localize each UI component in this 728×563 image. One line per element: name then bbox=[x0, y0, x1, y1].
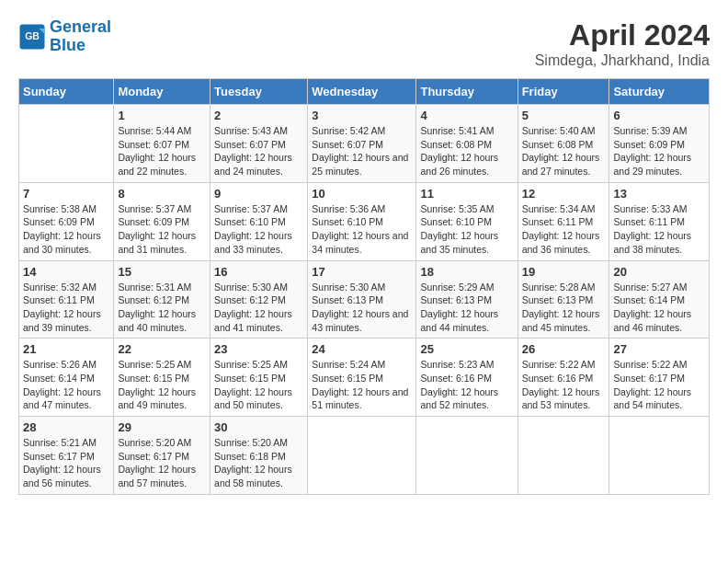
cell-info: Sunrise: 5:40 AMSunset: 6:08 PMDaylight:… bbox=[522, 124, 606, 178]
cell-info: Sunrise: 5:24 AMSunset: 6:15 PMDaylight:… bbox=[312, 358, 412, 412]
calendar-table: SundayMondayTuesdayWednesdayThursdayFrid… bbox=[18, 78, 710, 495]
cell-info: Sunrise: 5:42 AMSunset: 6:07 PMDaylight:… bbox=[312, 124, 412, 178]
day-number: 2 bbox=[214, 109, 303, 122]
cell-info: Sunrise: 5:41 AMSunset: 6:08 PMDaylight:… bbox=[420, 124, 513, 178]
day-number: 10 bbox=[312, 187, 412, 201]
week-row-3: 21 Sunrise: 5:26 AMSunset: 6:14 PMDaylig… bbox=[19, 339, 710, 417]
page-header: GB General Blue April 2024 Simdega, Jhar… bbox=[18, 18, 710, 69]
calendar-cell: 14 Sunrise: 5:32 AMSunset: 6:11 PMDaylig… bbox=[19, 260, 114, 339]
cell-info: Sunrise: 5:26 AMSunset: 6:14 PMDaylight:… bbox=[23, 358, 109, 412]
calendar-cell: 26 Sunrise: 5:22 AMSunset: 6:16 PMDaylig… bbox=[518, 339, 609, 417]
week-row-2: 14 Sunrise: 5:32 AMSunset: 6:11 PMDaylig… bbox=[19, 260, 710, 339]
header-row: SundayMondayTuesdayWednesdayThursdayFrid… bbox=[19, 79, 710, 105]
day-number: 4 bbox=[420, 109, 513, 122]
title-area: April 2024 Simdega, Jharkhand, India bbox=[535, 18, 710, 69]
header-tuesday: Tuesday bbox=[210, 79, 308, 105]
cell-info: Sunrise: 5:37 AMSunset: 6:09 PMDaylight:… bbox=[118, 202, 206, 257]
calendar-cell: 15 Sunrise: 5:31 AMSunset: 6:12 PMDaylig… bbox=[114, 260, 210, 339]
cell-info: Sunrise: 5:39 AMSunset: 6:09 PMDaylight:… bbox=[613, 124, 705, 178]
day-number: 11 bbox=[420, 187, 513, 201]
calendar-cell: 4 Sunrise: 5:41 AMSunset: 6:08 PMDayligh… bbox=[416, 105, 518, 183]
calendar-cell: 6 Sunrise: 5:39 AMSunset: 6:09 PMDayligh… bbox=[609, 105, 710, 183]
day-number: 20 bbox=[613, 265, 705, 279]
calendar-cell: 2 Sunrise: 5:43 AMSunset: 6:07 PMDayligh… bbox=[210, 105, 308, 183]
cell-info: Sunrise: 5:30 AMSunset: 6:12 PMDaylight:… bbox=[214, 281, 303, 335]
calendar-cell: 22 Sunrise: 5:25 AMSunset: 6:15 PMDaylig… bbox=[114, 339, 210, 417]
logo: GB General Blue bbox=[18, 18, 111, 55]
day-number: 21 bbox=[23, 342, 109, 356]
cell-info: Sunrise: 5:30 AMSunset: 6:13 PMDaylight:… bbox=[312, 281, 412, 335]
calendar-cell: 19 Sunrise: 5:28 AMSunset: 6:13 PMDaylig… bbox=[518, 260, 609, 339]
day-number: 7 bbox=[23, 187, 109, 201]
week-row-4: 28 Sunrise: 5:21 AMSunset: 6:17 PMDaylig… bbox=[19, 417, 710, 495]
calendar-cell bbox=[609, 417, 710, 495]
calendar-cell: 17 Sunrise: 5:30 AMSunset: 6:13 PMDaylig… bbox=[308, 260, 416, 339]
svg-text:GB: GB bbox=[25, 30, 40, 41]
header-friday: Friday bbox=[518, 79, 609, 105]
header-thursday: Thursday bbox=[416, 79, 518, 105]
cell-info: Sunrise: 5:22 AMSunset: 6:17 PMDaylight:… bbox=[613, 358, 705, 412]
day-number: 6 bbox=[613, 109, 705, 122]
header-wednesday: Wednesday bbox=[308, 79, 416, 105]
day-number: 9 bbox=[214, 187, 303, 201]
week-row-1: 7 Sunrise: 5:38 AMSunset: 6:09 PMDayligh… bbox=[19, 182, 710, 260]
cell-info: Sunrise: 5:27 AMSunset: 6:14 PMDaylight:… bbox=[613, 281, 705, 335]
day-number: 14 bbox=[23, 265, 109, 279]
cell-info: Sunrise: 5:35 AMSunset: 6:10 PMDaylight:… bbox=[420, 202, 513, 257]
cell-info: Sunrise: 5:37 AMSunset: 6:10 PMDaylight:… bbox=[214, 202, 303, 257]
cell-info: Sunrise: 5:43 AMSunset: 6:07 PMDaylight:… bbox=[214, 124, 303, 178]
week-row-0: 1 Sunrise: 5:44 AMSunset: 6:07 PMDayligh… bbox=[19, 105, 710, 183]
cell-info: Sunrise: 5:29 AMSunset: 6:13 PMDaylight:… bbox=[420, 281, 513, 335]
calendar-cell: 13 Sunrise: 5:33 AMSunset: 6:11 PMDaylig… bbox=[609, 182, 710, 260]
day-number: 17 bbox=[312, 265, 412, 279]
header-saturday: Saturday bbox=[609, 79, 710, 105]
subtitle: Simdega, Jharkhand, India bbox=[535, 52, 710, 69]
calendar-cell bbox=[518, 417, 609, 495]
calendar-cell: 20 Sunrise: 5:27 AMSunset: 6:14 PMDaylig… bbox=[609, 260, 710, 339]
cell-info: Sunrise: 5:36 AMSunset: 6:10 PMDaylight:… bbox=[312, 202, 412, 257]
day-number: 19 bbox=[522, 265, 606, 279]
calendar-cell: 30 Sunrise: 5:20 AMSunset: 6:18 PMDaylig… bbox=[210, 417, 308, 495]
cell-info: Sunrise: 5:44 AMSunset: 6:07 PMDaylight:… bbox=[118, 124, 206, 178]
day-number: 24 bbox=[312, 342, 412, 356]
logo-icon: GB bbox=[18, 23, 46, 51]
cell-info: Sunrise: 5:34 AMSunset: 6:11 PMDaylight:… bbox=[522, 202, 606, 257]
day-number: 12 bbox=[522, 187, 606, 201]
day-number: 15 bbox=[118, 265, 206, 279]
day-number: 18 bbox=[420, 265, 513, 279]
day-number: 3 bbox=[312, 109, 412, 122]
calendar-cell: 9 Sunrise: 5:37 AMSunset: 6:10 PMDayligh… bbox=[210, 182, 308, 260]
calendar-cell: 29 Sunrise: 5:20 AMSunset: 6:17 PMDaylig… bbox=[114, 417, 210, 495]
cell-info: Sunrise: 5:25 AMSunset: 6:15 PMDaylight:… bbox=[214, 358, 303, 412]
day-number: 16 bbox=[214, 265, 303, 279]
cell-info: Sunrise: 5:21 AMSunset: 6:17 PMDaylight:… bbox=[23, 436, 109, 490]
day-number: 29 bbox=[118, 420, 206, 434]
header-sunday: Sunday bbox=[19, 79, 114, 105]
calendar-cell: 11 Sunrise: 5:35 AMSunset: 6:10 PMDaylig… bbox=[416, 182, 518, 260]
cell-info: Sunrise: 5:38 AMSunset: 6:09 PMDaylight:… bbox=[23, 202, 109, 257]
day-number: 23 bbox=[214, 342, 303, 356]
calendar-cell bbox=[308, 417, 416, 495]
day-number: 8 bbox=[118, 187, 206, 201]
calendar-cell: 23 Sunrise: 5:25 AMSunset: 6:15 PMDaylig… bbox=[210, 339, 308, 417]
calendar-cell: 28 Sunrise: 5:21 AMSunset: 6:17 PMDaylig… bbox=[19, 417, 114, 495]
calendar-cell: 5 Sunrise: 5:40 AMSunset: 6:08 PMDayligh… bbox=[518, 105, 609, 183]
calendar-cell: 24 Sunrise: 5:24 AMSunset: 6:15 PMDaylig… bbox=[308, 339, 416, 417]
day-number: 28 bbox=[23, 420, 109, 434]
calendar-cell: 12 Sunrise: 5:34 AMSunset: 6:11 PMDaylig… bbox=[518, 182, 609, 260]
calendar-cell: 3 Sunrise: 5:42 AMSunset: 6:07 PMDayligh… bbox=[308, 105, 416, 183]
day-number: 22 bbox=[118, 342, 206, 356]
day-number: 5 bbox=[522, 109, 606, 122]
calendar-cell: 8 Sunrise: 5:37 AMSunset: 6:09 PMDayligh… bbox=[114, 182, 210, 260]
calendar-cell: 25 Sunrise: 5:23 AMSunset: 6:16 PMDaylig… bbox=[416, 339, 518, 417]
calendar-cell: 27 Sunrise: 5:22 AMSunset: 6:17 PMDaylig… bbox=[609, 339, 710, 417]
calendar-cell: 10 Sunrise: 5:36 AMSunset: 6:10 PMDaylig… bbox=[308, 182, 416, 260]
calendar-cell: 18 Sunrise: 5:29 AMSunset: 6:13 PMDaylig… bbox=[416, 260, 518, 339]
cell-info: Sunrise: 5:23 AMSunset: 6:16 PMDaylight:… bbox=[420, 358, 513, 412]
calendar-cell: 7 Sunrise: 5:38 AMSunset: 6:09 PMDayligh… bbox=[19, 182, 114, 260]
day-number: 27 bbox=[613, 342, 705, 356]
cell-info: Sunrise: 5:33 AMSunset: 6:11 PMDaylight:… bbox=[613, 202, 705, 257]
cell-info: Sunrise: 5:20 AMSunset: 6:18 PMDaylight:… bbox=[214, 436, 303, 490]
cell-info: Sunrise: 5:25 AMSunset: 6:15 PMDaylight:… bbox=[118, 358, 206, 412]
cell-info: Sunrise: 5:22 AMSunset: 6:16 PMDaylight:… bbox=[522, 358, 606, 412]
